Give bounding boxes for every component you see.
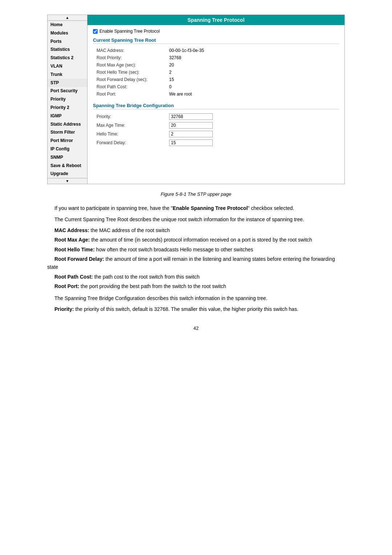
sidebar-item-snmp[interactable]: SNMP [48,153,87,162]
main-header: Spanning Tree Protocol [87,15,344,25]
def-text: the MAC address of the root switch [91,227,170,233]
figure-caption: Figure 5-8-1 The STP upper page [161,191,232,197]
page-wrapper: ▲ HomeModulesPortsStatisticsStatistics 2… [22,15,370,331]
definitions-list: MAC Address: the MAC address of the root… [47,226,345,291]
info-row: MAC Address:00-00-1c-f3-0e-35 [93,47,339,54]
bridge-config-table: Priority:Max Age Time:Hello Time:Forward… [93,112,339,147]
sidebar: ▲ HomeModulesPortsStatisticsStatistics 2… [48,15,87,184]
info-label: Root Max Age (sec): [97,62,169,68]
sidebar-item-igmp[interactable]: IGMP [48,112,87,120]
info-row: Root Forward Delay (sec):15 [93,76,339,83]
info-label: Root Port: [97,92,169,97]
config-row: Hello Time: [93,130,339,138]
main-content: Spanning Tree Protocol Enable Spanning T… [87,15,344,184]
enable-stp-checkbox[interactable] [93,29,98,34]
sidebar-item-trunk[interactable]: Trunk [48,70,87,79]
current-root-title: Current Spanning Tree Root [93,37,339,44]
info-label: Root Forward Delay (sec): [97,77,169,82]
sidebar-item-port-mirror[interactable]: Port Mirror [48,137,87,145]
config-input[interactable] [169,113,213,120]
sidebar-item-priority[interactable]: Priority [48,95,87,104]
priority-term: Priority: [54,306,74,312]
bridge-config-title: Spanning Tree Bridge Configuration [93,103,339,109]
info-value: We are root [169,92,192,97]
info-value: 32768 [169,55,181,60]
bold-enable: Enable Spanning Tree Protocol [173,205,248,211]
body-text: If you want to participate in spanning t… [47,204,345,315]
sidebar-item-storm-filter[interactable]: Storm Filter [48,128,87,137]
sidebar-item-statistics-2[interactable]: Statistics 2 [48,54,87,62]
sidebar-item-port-security[interactable]: Port Security [48,87,87,95]
sidebar-item-upgrade[interactable]: Upgrade [48,170,87,178]
sidebar-item-statistics[interactable]: Statistics [48,45,87,54]
body-para-2: The Current Spanning Tree Root describes… [47,215,345,223]
main-body: Enable Spanning Tree Protocol Current Sp… [87,25,344,151]
config-label: Forward Delay: [97,140,169,145]
definition-item: Root Forward Delay: the amount of time a… [47,255,345,271]
sidebar-item-vlan[interactable]: VLAN [48,62,87,70]
info-value: 0 [169,84,172,89]
def-term: Root Port: [54,283,79,289]
def-text: the port providing the best path from th… [81,283,226,289]
enable-row: Enable Spanning Tree Protocol [93,29,339,34]
sidebar-scroll-down[interactable]: ▼ [48,178,87,184]
info-value: 15 [169,77,174,82]
info-label: Root Priority: [97,55,169,60]
bridge-paragraph: The Spanning Tree Bridge Configuration d… [47,294,345,302]
def-text: the amount of time (in seconds) protocol… [91,237,312,243]
definition-item: Root Port: the port providing the best p… [47,282,345,290]
info-label: MAC Address: [97,48,169,53]
def-text: the path cost to the root switch from th… [94,274,200,280]
definition-item: Root Max Age: the amount of time (in sec… [47,236,345,244]
config-label: Hello Time: [97,131,169,137]
info-label: Root Hello Time (sec): [97,70,169,75]
info-row: Root Path Cost:0 [93,83,339,90]
info-value: 2 [169,70,172,75]
ui-panel: ▲ HomeModulesPortsStatisticsStatistics 2… [47,15,345,184]
sidebar-scroll-up[interactable]: ▲ [48,15,87,21]
definition-item: Root Hello Time: how often the root swit… [47,246,345,254]
config-input[interactable] [169,139,213,146]
priority-text: the priority of this switch, default is … [75,306,298,312]
info-row: Root Port:We are root [93,90,339,98]
sidebar-item-modules[interactable]: Modules [48,29,87,37]
config-input[interactable] [169,131,213,137]
config-input[interactable] [169,122,213,129]
config-label: Priority: [97,114,169,119]
info-row: Root Priority:32768 [93,54,339,61]
sidebar-item-ports[interactable]: Ports [48,37,87,46]
def-term: Root Hello Time: [54,247,95,252]
info-row: Root Hello Time (sec):2 [93,69,339,76]
def-term: Root Path Cost: [54,274,93,280]
def-term: Root Max Age: [54,237,90,243]
body-para-1: If you want to participate in spanning t… [47,204,345,212]
def-term: Root Forward Delay: [54,256,104,262]
info-label: Root Path Cost: [97,84,169,89]
config-row: Max Age Time: [93,121,339,130]
sidebar-item-stp[interactable]: STP [48,79,87,87]
definition-item: Root Path Cost: the path cost to the roo… [47,273,345,281]
config-label: Max Age Time: [97,123,169,128]
current-root-table: MAC Address:00-00-1c-f3-0e-35Root Priori… [93,47,339,98]
sidebar-item-ip-config[interactable]: IP Config [48,145,87,153]
sidebar-item-save-&-reboot[interactable]: Save & Reboot [48,162,87,170]
priority-def: Priority: the priority of this switch, d… [47,305,345,313]
header-title: Spanning Tree Protocol [187,17,244,23]
sidebar-item-priority-2[interactable]: Priority 2 [48,104,87,112]
sidebar-item-home[interactable]: Home [48,21,87,29]
info-value: 20 [169,62,174,68]
sidebar-item-static-address[interactable]: Static Address [48,120,87,129]
def-text: how often the root switch broadcasts Hel… [96,247,253,252]
enable-stp-label: Enable Spanning Tree Protocol [99,29,160,34]
info-row: Root Max Age (sec):20 [93,61,339,69]
config-row: Priority: [93,112,339,121]
info-value: 00-00-1c-f3-0e-35 [169,48,204,53]
def-term: MAC Address: [54,227,89,233]
page-number: 42 [193,325,199,331]
config-row: Forward Delay: [93,138,339,147]
definition-item: MAC Address: the MAC address of the root… [47,226,345,234]
